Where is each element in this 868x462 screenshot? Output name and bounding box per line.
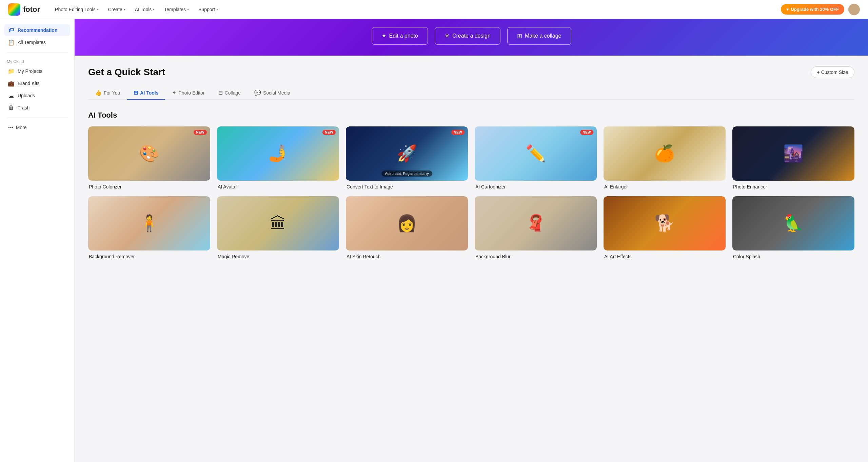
tool-thumb-inner: 🎨 <box>88 126 210 181</box>
sidebar-item-label: Recommendation <box>18 27 57 33</box>
hero-btn-create-a-design[interactable]: ✳Create a design <box>435 27 500 45</box>
tool-label: AI Skin Retouch <box>346 254 468 259</box>
tool-card-ai-cartoonizer[interactable]: ✏️ NEW AI Cartoonizer <box>475 126 597 189</box>
logo[interactable]: fotor <box>8 3 40 16</box>
tool-grid: 🎨 NEW Photo Colorizer 🤳 NEW AI Avatar 🚀 <box>88 126 854 259</box>
nav-links: Photo Editing Tools▾Create▾AI Tools▾Temp… <box>51 5 781 14</box>
nav-link-label: Create <box>108 7 122 12</box>
nav-link-support[interactable]: Support▾ <box>194 5 222 14</box>
sidebar: 🏷Recommendation📋All Templates My Cloud 📁… <box>0 19 75 462</box>
tool-card-color-splash[interactable]: 🦜 Color Splash <box>732 196 854 259</box>
tool-emoji: 🧍 <box>139 214 159 233</box>
tool-text-overlay: Astronaut, Pegasus, starry <box>381 170 432 177</box>
quick-start-header: Get a Quick Start + Custom Size <box>88 66 854 78</box>
sidebar-item-my-projects[interactable]: 📁My Projects <box>4 65 70 77</box>
sidebar-item-label: Brand Kits <box>18 81 40 86</box>
sidebar-divider <box>7 52 67 53</box>
nav-link-label: Photo Editing Tools <box>55 7 96 12</box>
sidebar-icon: 🏷 <box>8 27 14 33</box>
tab-ai-tools[interactable]: ⊞AI Tools <box>127 86 165 100</box>
tool-card-photo-colorizer[interactable]: 🎨 NEW Photo Colorizer <box>88 126 210 189</box>
tool-emoji: 🌆 <box>783 144 804 163</box>
avatar[interactable] <box>848 4 860 15</box>
tool-label: AI Avatar <box>217 184 339 189</box>
chevron-down-icon: ▾ <box>153 7 155 11</box>
tool-card-background-remover[interactable]: 🧍 Background Remover <box>88 196 210 259</box>
sidebar-item-all-templates[interactable]: 📋All Templates <box>4 37 70 48</box>
tool-thumb-wrap: 🍊 <box>604 126 726 181</box>
tool-thumbnail: 🐕 <box>604 196 726 250</box>
hero-btn-icon: ✳ <box>445 32 450 40</box>
sidebar-icon: 📁 <box>8 68 14 74</box>
tool-card-ai-art-effects[interactable]: 🐕 AI Art Effects <box>604 196 726 259</box>
tool-card-ai-skin-retouch[interactable]: 👩 AI Skin Retouch <box>346 196 468 259</box>
new-badge: NEW <box>580 130 593 135</box>
tab-icon: ⊟ <box>218 89 223 96</box>
tool-card-ai-avatar[interactable]: 🤳 NEW AI Avatar <box>217 126 339 189</box>
nav-link-create[interactable]: Create▾ <box>104 5 130 14</box>
tab-collage[interactable]: ⊟Collage <box>212 86 248 100</box>
ai-tools-title: AI Tools <box>88 111 854 120</box>
sidebar-divider-2 <box>7 118 67 118</box>
upgrade-button[interactable]: ♥ Upgrade with 20% OFF <box>781 4 844 15</box>
tab-label: Collage <box>225 90 241 96</box>
sidebar-item-uploads[interactable]: ☁Uploads <box>4 90 70 101</box>
tool-thumb-wrap: ✏️ NEW <box>475 126 597 181</box>
main-layout: 🏷Recommendation📋All Templates My Cloud 📁… <box>0 19 868 462</box>
tool-card-background-blur[interactable]: 🧣 Background Blur <box>475 196 597 259</box>
new-badge: NEW <box>451 130 465 135</box>
tool-card-convert-text-to-image[interactable]: 🚀 NEW Astronaut, Pegasus, starry Convert… <box>346 126 468 189</box>
tool-label: AI Cartoonizer <box>475 184 597 189</box>
tab-label: For You <box>104 90 120 96</box>
nav-link-templates[interactable]: Templates▾ <box>160 5 193 14</box>
tool-thumb-inner: 🌆 <box>732 126 854 181</box>
tool-thumb-inner: 🧣 <box>475 196 597 250</box>
tool-thumbnail: 🌆 <box>732 126 854 181</box>
tool-label: Color Splash <box>732 254 854 259</box>
tool-card-ai-enlarger[interactable]: 🍊 AI Enlarger <box>604 126 726 189</box>
tool-thumb-wrap: 🚀 NEW Astronaut, Pegasus, starry <box>346 126 468 181</box>
tool-emoji: 🐕 <box>654 214 675 233</box>
custom-size-button[interactable]: + Custom Size <box>811 66 854 78</box>
tool-thumb-wrap: 🦜 <box>732 196 854 250</box>
tab-icon: ⊞ <box>134 89 138 96</box>
sidebar-item-brand-kits[interactable]: 💼Brand Kits <box>4 78 70 89</box>
tool-thumbnail: ✏️ <box>475 126 597 181</box>
sidebar-more[interactable]: ••• More <box>4 122 70 133</box>
sidebar-item-recommendation[interactable]: 🏷Recommendation <box>4 24 70 36</box>
sidebar-item-label: All Templates <box>18 40 46 45</box>
tool-card-magic-remove[interactable]: 🏛 Magic Remove <box>217 196 339 259</box>
sidebar-cloud-items: 📁My Projects💼Brand Kits☁Uploads🗑Trash <box>4 65 70 114</box>
sidebar-item-trash[interactable]: 🗑Trash <box>4 102 70 114</box>
nav-link-photo-editing-tools[interactable]: Photo Editing Tools▾ <box>51 5 103 14</box>
tab-social-media[interactable]: 💬Social Media <box>248 86 297 100</box>
tool-label: Background Blur <box>475 254 597 259</box>
tool-thumbnail: 🧣 <box>475 196 597 250</box>
tool-thumb-inner: 🧍 <box>88 196 210 250</box>
tab-label: Social Media <box>263 90 290 96</box>
tab-label: AI Tools <box>140 90 158 96</box>
tool-emoji: 🚀 <box>397 144 417 163</box>
sidebar-more-label: More <box>16 125 27 130</box>
nav-link-ai-tools[interactable]: AI Tools▾ <box>131 5 159 14</box>
tool-label: Photo Colorizer <box>88 184 210 189</box>
tool-emoji: 🤳 <box>268 144 288 163</box>
nav-right: ♥ Upgrade with 20% OFF <box>781 4 860 15</box>
nav-link-label: Templates <box>164 7 186 12</box>
logo-text: fotor <box>23 5 40 14</box>
tab-icon: 👍 <box>95 89 102 96</box>
tool-thumbnail: 🧍 <box>88 196 210 250</box>
tool-thumb-wrap: 🐕 <box>604 196 726 250</box>
tool-thumb-inner: 🦜 <box>732 196 854 250</box>
hero-btn-make-a-collage[interactable]: ⊞Make a collage <box>507 27 571 45</box>
tool-card-photo-enhancer[interactable]: 🌆 Photo Enhancer <box>732 126 854 189</box>
new-badge: NEW <box>194 130 207 135</box>
tab-photo-editor[interactable]: ✦Photo Editor <box>165 86 211 100</box>
tool-label: Convert Text to Image <box>346 184 468 189</box>
tool-label: Background Remover <box>88 254 210 259</box>
tool-thumb-wrap: 👩 <box>346 196 468 250</box>
hero-btn-edit-a-photo[interactable]: ✦Edit a photo <box>372 27 428 45</box>
tabs: 👍For You⊞AI Tools✦Photo Editor⊟Collage💬S… <box>88 86 854 100</box>
tab-for-you[interactable]: 👍For You <box>88 86 127 100</box>
tool-thumb-wrap: 🎨 NEW <box>88 126 210 181</box>
